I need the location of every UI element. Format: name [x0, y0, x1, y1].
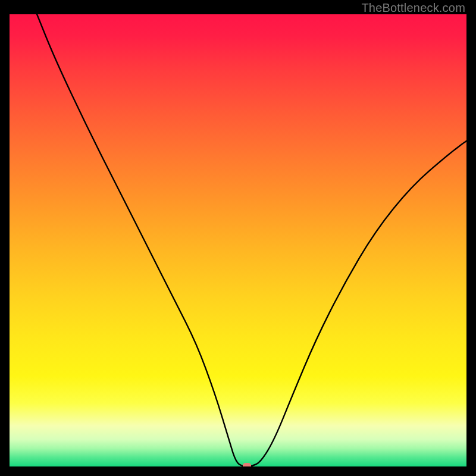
bottleneck-curve: [10, 14, 466, 466]
curve-path: [37, 14, 466, 466]
chart-frame: TheBottleneck.com: [0, 0, 476, 476]
watermark-text: TheBottleneck.com: [361, 1, 465, 15]
optimal-marker: [243, 463, 251, 466]
plot-area: [10, 14, 466, 466]
